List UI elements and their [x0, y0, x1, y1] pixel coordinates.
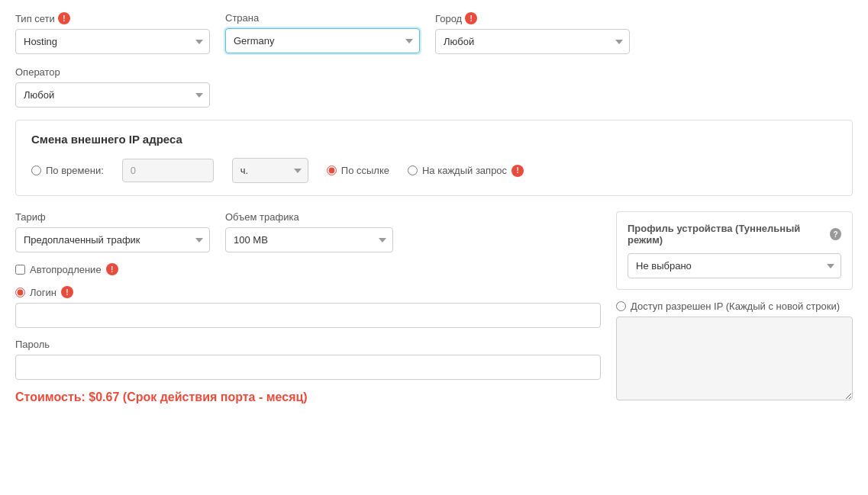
auto-renew-row: Автопродление !	[15, 263, 601, 275]
lower-section: Тариф Предоплаченный трафик Неограниченн…	[15, 211, 853, 404]
login-row: Логин !	[15, 286, 601, 298]
time-value-input[interactable]	[122, 159, 214, 182]
access-radio[interactable]	[616, 301, 626, 311]
login-field-block	[15, 303, 601, 328]
by-link-label: По ссылке	[341, 165, 389, 176]
by-request-label: На каждый запрос	[422, 165, 507, 176]
city-label: Город !	[435, 12, 630, 24]
by-link-radio[interactable]	[327, 166, 337, 175]
auto-renew-info-icon[interactable]: !	[106, 263, 118, 275]
profile-help-icon[interactable]: ?	[830, 228, 841, 240]
access-textarea[interactable]	[616, 317, 853, 400]
country-label: Страна	[225, 12, 420, 24]
operator-select[interactable]: Любой Operator 1 Operator 2	[15, 82, 210, 108]
ip-change-options: По времени: ч. мин. По ссылке На каждый …	[31, 158, 837, 183]
password-label: Пароль	[15, 339, 601, 350]
country-select[interactable]: Germany USA UK France	[225, 28, 420, 53]
lower-right-panel: Профиль устройства (Туннельный режим) ? …	[616, 211, 853, 404]
network-type-select[interactable]: Hosting Residential Mobile	[15, 29, 210, 54]
traffic-label: Объем трафика	[225, 211, 393, 223]
traffic-field: Объем трафика 100 MB 500 MB 1 GB 5 GB	[225, 211, 393, 252]
by-request-radio[interactable]	[408, 166, 418, 175]
login-radio[interactable]	[15, 288, 25, 297]
access-label-row: Доступ разрешен IP (Каждый с новой строк…	[616, 301, 853, 312]
cost-text: Стоимость: $0.67 (Срок действия порта - …	[15, 391, 601, 404]
auto-renew-checkbox[interactable]	[15, 265, 25, 275]
by-time-option[interactable]: По времени:	[31, 165, 104, 176]
network-type-info-icon[interactable]: !	[58, 12, 70, 24]
by-link-option[interactable]: По ссылке	[327, 165, 389, 176]
tariff-group: Тариф Предоплаченный трафик Неограниченн…	[15, 211, 601, 252]
tariff-label: Тариф	[15, 211, 210, 223]
password-field-block: Пароль	[15, 339, 601, 380]
by-time-label: По времени:	[46, 165, 104, 176]
hours-select[interactable]: ч. мин.	[232, 158, 308, 183]
ip-change-section: Смена внешнего IP адреса По времени: ч. …	[15, 120, 853, 196]
access-section: Доступ разрешен IP (Каждый с новой строк…	[616, 301, 853, 403]
login-info-icon[interactable]: !	[61, 286, 73, 298]
password-input[interactable]	[15, 355, 601, 380]
ip-change-title: Смена внешнего IP адреса	[31, 133, 837, 146]
city-info-icon[interactable]: !	[465, 12, 477, 24]
profile-select[interactable]: Не выбрано Profile 1 Profile 2	[628, 253, 841, 278]
login-input[interactable]	[15, 303, 601, 328]
tariff-select[interactable]: Предоплаченный трафик Неограниченный	[15, 227, 210, 252]
network-type-label: Тип сети !	[15, 12, 210, 24]
by-request-info-icon[interactable]: !	[511, 165, 524, 177]
operator-label: Оператор	[15, 66, 210, 78]
by-request-option[interactable]: На каждый запрос !	[408, 165, 524, 177]
city-select[interactable]: Любой Berlin Munich Hamburg	[435, 29, 630, 54]
auto-renew-label: Автопродление	[30, 264, 102, 275]
profile-title: Профиль устройства (Туннельный режим) ?	[628, 223, 841, 246]
traffic-select[interactable]: 100 MB 500 MB 1 GB 5 GB	[225, 227, 393, 252]
lower-left-panel: Тариф Предоплаченный трафик Неограниченн…	[15, 211, 601, 404]
by-time-radio[interactable]	[31, 166, 41, 175]
access-label-text: Доступ разрешен IP (Каждый с новой строк…	[631, 301, 840, 312]
login-radio-label: Логин	[30, 287, 56, 298]
tariff-field: Тариф Предоплаченный трафик Неограниченн…	[15, 211, 210, 252]
profile-box: Профиль устройства (Туннельный режим) ? …	[616, 211, 853, 290]
